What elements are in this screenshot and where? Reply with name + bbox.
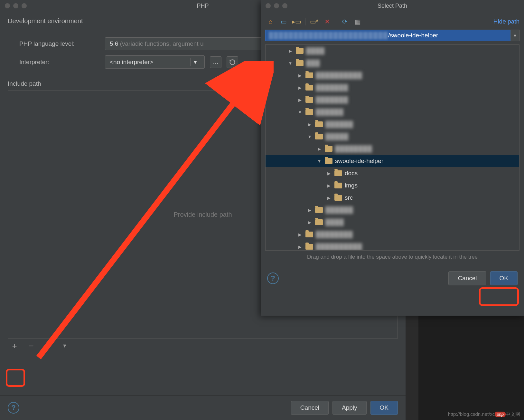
tree-row[interactable]: ▼██████ <box>266 106 519 118</box>
tree-label: █████ <box>325 133 349 140</box>
tree-row[interactable]: ▶███████ <box>266 94 519 106</box>
home-icon[interactable]: ⌂ <box>265 17 276 26</box>
maximize-dialog-icon[interactable] <box>282 3 287 8</box>
tree-label: ████████ <box>316 231 353 238</box>
tree-arrow-icon[interactable]: ▼ <box>297 110 303 115</box>
tree-row[interactable]: ▶src <box>266 192 519 204</box>
drop-hint: Drag and drop a file into the space abov… <box>265 251 519 263</box>
move-up-button[interactable]: ▲ <box>42 340 53 351</box>
delete-icon[interactable]: ✕ <box>322 17 332 26</box>
tree-arrow-icon[interactable]: ▶ <box>287 49 293 53</box>
close-dialog-icon[interactable] <box>266 3 271 8</box>
folder-icon <box>305 97 313 103</box>
php-lang-label: PHP language level: <box>19 40 100 47</box>
folder-icon <box>325 146 332 152</box>
tree-arrow-icon[interactable]: ▶ <box>297 232 303 237</box>
tree-label: ████████ <box>335 145 372 152</box>
tree-row[interactable]: ▶docs <box>266 167 519 179</box>
path-input[interactable]: ████████████████████████ /swoole-ide-hel… <box>265 30 510 41</box>
tree-row[interactable]: ▶████████ <box>266 228 519 241</box>
watermark: http://blog.csdn.net/xcphp中文网 <box>448 411 520 417</box>
tree-label: ██████ <box>325 121 353 128</box>
folder-icon <box>334 195 342 201</box>
tree-label: ██████ <box>325 206 353 214</box>
folder-icon <box>315 207 323 213</box>
path-history-icon[interactable]: ▾ <box>510 30 519 41</box>
tree-label: src <box>345 194 353 201</box>
tree-row[interactable]: ▶imgs <box>266 179 519 192</box>
dialog-cancel-button[interactable]: Cancel <box>448 271 486 285</box>
minimize-window-icon[interactable] <box>13 3 18 8</box>
tree-arrow-icon[interactable]: ▶ <box>326 196 332 200</box>
include-toolbar: + − ▲ ▼ <box>8 339 398 353</box>
tree-row[interactable]: ▶████████ <box>266 143 519 155</box>
tree-row[interactable]: ▶██████████ <box>266 241 519 251</box>
tree-arrow-icon[interactable]: ▶ <box>326 171 332 176</box>
chevron-down-icon[interactable]: ▾ <box>190 58 200 66</box>
ok-button[interactable]: OK <box>370 401 398 415</box>
dialog-ok-button[interactable]: OK <box>490 271 518 285</box>
folder-icon <box>305 244 313 250</box>
tree-row[interactable]: ▶██████ <box>266 118 519 130</box>
tree-row[interactable]: ▶████ <box>266 45 519 57</box>
tree-row[interactable]: ▶███████ <box>266 81 519 94</box>
remove-button[interactable]: − <box>26 340 37 351</box>
tree-row[interactable]: ▼swoole-ide-helper <box>266 155 519 167</box>
folder-icon <box>315 121 323 127</box>
refresh-icon[interactable]: ⟳ <box>339 17 350 26</box>
add-button[interactable]: + <box>9 340 20 351</box>
close-window-icon[interactable] <box>5 3 10 8</box>
dialog-title: Select Path <box>378 3 407 9</box>
new-folder-icon[interactable]: ▭* <box>309 17 320 26</box>
folder-tree[interactable]: ▶████▼███▶██████████▶███████▶███████▼███… <box>265 44 519 251</box>
interpreter-value: <no interpreter> <box>110 59 153 66</box>
tree-arrow-icon[interactable]: ▶ <box>297 73 303 78</box>
tree-label: ██████ <box>316 109 344 116</box>
tree-arrow-icon[interactable]: ▶ <box>297 85 303 90</box>
tree-arrow-icon[interactable]: ▶ <box>297 244 303 249</box>
path-value: /swoole-ide-helper <box>388 32 438 39</box>
tree-label: ██████████ <box>316 243 362 250</box>
tree-row[interactable]: ▼█████ <box>266 130 519 143</box>
tree-row[interactable]: ▶██████ <box>266 204 519 216</box>
interpreter-browse-button[interactable]: … <box>210 56 221 68</box>
help-button[interactable]: ? <box>8 402 19 414</box>
tree-arrow-icon[interactable]: ▼ <box>307 134 313 139</box>
tree-label: ███████ <box>316 84 348 91</box>
dialog-footer: ? Cancel OK <box>261 267 524 290</box>
tree-row[interactable]: ▶██████████ <box>266 69 519 81</box>
reload-icon[interactable] <box>227 56 238 68</box>
tree-arrow-icon[interactable]: ▶ <box>316 147 322 151</box>
dialog-help-button[interactable]: ? <box>267 272 279 284</box>
folder-icon <box>305 109 313 115</box>
tree-arrow-icon[interactable]: ▶ <box>307 122 313 127</box>
folder-icon <box>315 134 323 139</box>
folder-icon <box>305 72 313 78</box>
folder-icon <box>305 232 313 237</box>
tree-row[interactable]: ▶████ <box>266 216 519 228</box>
tree-arrow-icon[interactable]: ▶ <box>307 220 313 225</box>
maximize-window-icon[interactable] <box>22 3 27 8</box>
cancel-button[interactable]: Cancel <box>291 401 329 415</box>
tree-label: ████ <box>325 219 344 226</box>
interpreter-combo[interactable]: <no interpreter> ▾ <box>105 55 205 69</box>
tree-row[interactable]: ▼███ <box>266 57 519 69</box>
php-lang-hint: (variadic functions, argument u <box>120 40 204 47</box>
show-hidden-icon[interactable]: ▦ <box>352 17 363 26</box>
project-icon[interactable]: ▸▭ <box>291 17 302 26</box>
tree-arrow-icon[interactable]: ▼ <box>287 61 293 66</box>
folder-icon <box>296 48 304 54</box>
apply-button[interactable]: Apply <box>332 401 367 415</box>
move-down-button[interactable]: ▼ <box>59 340 70 351</box>
folder-icon <box>334 183 342 188</box>
desktop-icon[interactable]: ▭ <box>278 17 289 26</box>
tree-arrow-icon[interactable]: ▶ <box>307 208 313 213</box>
tree-arrow-icon[interactable]: ▶ <box>297 98 303 102</box>
hide-path-link[interactable]: Hide path <box>493 18 519 25</box>
minimize-dialog-icon[interactable] <box>274 3 279 8</box>
tree-label: swoole-ide-helper <box>335 158 383 165</box>
tree-arrow-icon[interactable]: ▶ <box>326 183 332 188</box>
tree-arrow-icon[interactable]: ▼ <box>316 159 322 164</box>
tree-label: imgs <box>345 182 358 189</box>
folder-icon <box>334 170 342 176</box>
